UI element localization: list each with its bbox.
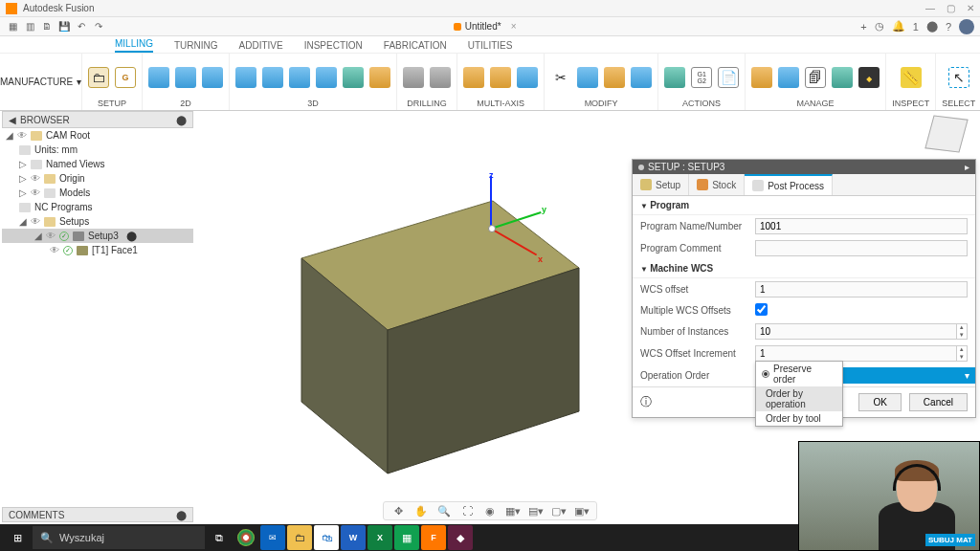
spin-down-icon[interactable]: ▼: [957, 354, 967, 362]
taskbar-search[interactable]: 🔍 Wyszukaj: [33, 526, 205, 549]
3d-adaptive-icon[interactable]: [235, 67, 256, 88]
spin-up-icon[interactable]: ▲: [957, 324, 967, 332]
multiaxis-contour-icon[interactable]: [517, 67, 538, 88]
order-opt-preserve[interactable]: Preserve order: [756, 362, 842, 386]
browser-settings-icon[interactable]: ⬤: [176, 115, 187, 125]
modify-compare-icon[interactable]: [631, 67, 652, 88]
taskbar-sheets-icon[interactable]: ▦: [394, 525, 419, 550]
file-icon[interactable]: 🗎: [40, 20, 54, 33]
2d-contour-icon[interactable]: [175, 67, 196, 88]
scissors-icon[interactable]: ✂: [550, 67, 571, 88]
job-status-icon[interactable]: ⬤: [926, 20, 938, 33]
comments-settings-icon[interactable]: ⬤: [176, 510, 187, 520]
notifications-icon[interactable]: 🔔: [892, 20, 905, 33]
document-tab[interactable]: Untitled* ×: [454, 21, 517, 32]
workspace-switcher[interactable]: MANUFACTURE▾: [0, 54, 82, 110]
tab-setup[interactable]: Setup: [633, 174, 689, 195]
taskbar-outlook-icon[interactable]: ✉: [260, 525, 285, 550]
2d-pocket-icon[interactable]: [202, 67, 223, 88]
tab-post-process[interactable]: Post Process: [745, 174, 833, 195]
snapshot-icon[interactable]: ▢▾: [552, 504, 566, 518]
multi-wcs-checkbox[interactable]: [755, 303, 768, 316]
spin-down-icon[interactable]: ▼: [957, 332, 967, 340]
task-view-icon[interactable]: ⧉: [207, 525, 232, 550]
save-icon[interactable]: 💾: [57, 20, 71, 33]
machine-library-icon[interactable]: [778, 67, 799, 88]
task-manager-icon[interactable]: 🗐: [805, 67, 826, 88]
new-tab-icon[interactable]: +: [860, 21, 866, 33]
look-at-icon[interactable]: ◉: [483, 504, 497, 518]
taskbar-store-icon[interactable]: 🛍: [314, 525, 339, 550]
generate-icon[interactable]: [664, 67, 685, 88]
multiaxis-flow-icon[interactable]: [490, 67, 511, 88]
taskbar-fusion-icon[interactable]: F: [421, 525, 446, 550]
close-icon[interactable]: ✕: [967, 3, 974, 13]
fit-icon[interactable]: ⛶: [460, 504, 474, 518]
minimize-icon[interactable]: —: [925, 3, 935, 13]
multiaxis-swarf-icon[interactable]: [463, 67, 484, 88]
tree-nc-programs[interactable]: NC Programs: [2, 200, 193, 214]
tab-inspection[interactable]: INSPECTION: [304, 40, 363, 53]
3d-flat-icon[interactable]: [343, 67, 364, 88]
tab-utilities[interactable]: UTILITIES: [468, 40, 513, 53]
setup-sheet-icon[interactable]: 📄: [718, 67, 739, 88]
2d-face-icon[interactable]: [148, 67, 169, 88]
3d-contour-icon[interactable]: [289, 67, 310, 88]
viewport-layout-icon[interactable]: ▣▾: [575, 504, 589, 518]
order-opt-operation[interactable]: Order by operation: [756, 386, 842, 411]
3d-parallel-icon[interactable]: [262, 67, 283, 88]
help-icon[interactable]: ?: [946, 21, 951, 33]
redo-icon[interactable]: ↷: [92, 20, 105, 33]
measure-icon[interactable]: 📏: [901, 67, 922, 88]
undo-icon[interactable]: ↶: [75, 20, 88, 33]
wcs-offset-input[interactable]: [755, 281, 968, 298]
ok-button[interactable]: OK: [858, 393, 901, 411]
bore-icon[interactable]: [430, 67, 451, 88]
increment-input[interactable]: [755, 345, 957, 362]
tool-library-icon[interactable]: [751, 67, 772, 88]
cancel-button[interactable]: Cancel: [909, 393, 968, 411]
panel-header[interactable]: SETUP : SETUP3▸: [633, 160, 975, 174]
gcode-icon[interactable]: G1G2: [691, 67, 712, 88]
tree-origin[interactable]: ▷👁Origin: [2, 171, 193, 186]
orbit-icon[interactable]: ✥: [391, 504, 405, 518]
viewcube[interactable]: [923, 113, 970, 161]
select-icon[interactable]: ↖: [948, 67, 969, 88]
taskbar-explorer-icon[interactable]: 🗀: [287, 525, 312, 550]
browser-panel-header[interactable]: ◀ BROWSER ⬤: [2, 111, 193, 128]
manage-addins-icon[interactable]: [832, 67, 853, 88]
tree-setup3[interactable]: ◢👁✓Setup3⬤: [2, 229, 193, 243]
model-viewport[interactable]: [244, 115, 627, 488]
manage-post-icon[interactable]: ⬥: [858, 67, 880, 88]
instances-input[interactable]: [755, 323, 957, 340]
tab-milling[interactable]: MILLING: [115, 38, 153, 53]
grid-icon[interactable]: ▦: [6, 20, 19, 33]
program-name-input[interactable]: [755, 218, 968, 234]
user-avatar-icon[interactable]: [959, 19, 974, 34]
tree-setups[interactable]: ◢👁Setups: [2, 214, 193, 229]
tab-stock[interactable]: Stock: [689, 174, 745, 195]
tab-fabrication[interactable]: FABRICATION: [384, 40, 447, 53]
folder-icon[interactable]: 🗀: [88, 67, 109, 88]
tree-face1[interactable]: 👁✓[T1] Face1: [2, 243, 193, 257]
section-program[interactable]: Program: [633, 196, 975, 215]
3d-ramp-icon[interactable]: [369, 67, 390, 88]
extensions-icon[interactable]: ◷: [875, 20, 884, 33]
modify-tool-icon[interactable]: [577, 67, 598, 88]
display-settings-icon[interactable]: ▦▾: [506, 504, 520, 518]
info-icon[interactable]: ⓘ: [640, 394, 652, 410]
tree-named-views[interactable]: ▷Named Views: [2, 157, 193, 171]
drill-icon[interactable]: [403, 67, 424, 88]
order-opt-tool[interactable]: Order by tool: [756, 411, 842, 426]
program-comment-input[interactable]: [755, 240, 968, 256]
3d-horizontal-icon[interactable]: [316, 67, 337, 88]
comments-panel-header[interactable]: COMMENTS⬤: [2, 507, 193, 522]
modify-edit-icon[interactable]: [604, 67, 625, 88]
maximize-icon[interactable]: ▢: [947, 3, 955, 13]
tab-additive[interactable]: ADDITIVE: [239, 40, 283, 53]
tab-turning[interactable]: TURNING: [174, 40, 218, 53]
tab-close-icon[interactable]: ×: [511, 21, 517, 32]
start-button[interactable]: ⊞: [4, 524, 31, 551]
spin-up-icon[interactable]: ▲: [957, 346, 967, 354]
section-machine-wcs[interactable]: Machine WCS: [633, 259, 975, 278]
